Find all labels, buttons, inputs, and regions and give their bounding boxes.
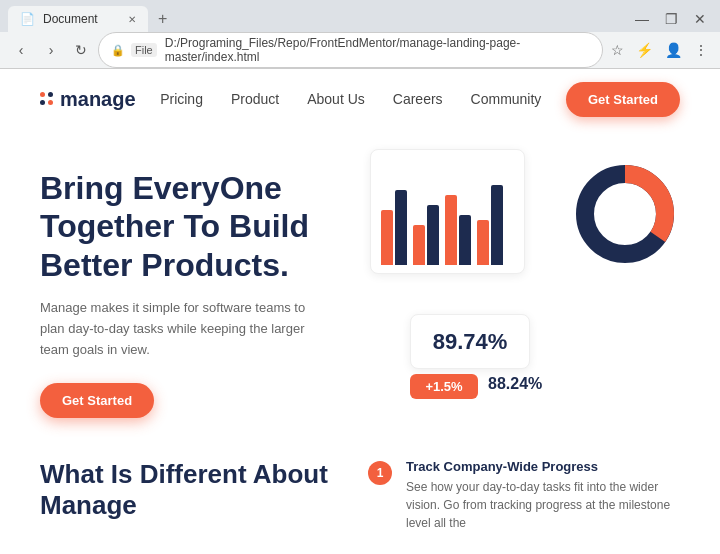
nav-get-started-button[interactable]: Get Started — [566, 82, 680, 117]
nav-link-careers[interactable]: Careers — [393, 91, 443, 107]
logo-dot-2 — [48, 92, 53, 97]
hero-get-started-button[interactable]: Get Started — [40, 383, 154, 418]
nav-link-community[interactable]: Community — [471, 91, 542, 107]
bar-group-3 — [445, 195, 471, 265]
bottom-section: What Is Different About Manage 1 Track C… — [0, 439, 720, 532]
nav-item-pricing[interactable]: Pricing — [160, 90, 203, 108]
bar-group-4 — [477, 185, 503, 265]
browser-actions: ☆ ⚡ 👤 ⋮ — [607, 40, 712, 60]
stat-box: 89.74% — [410, 314, 530, 369]
logo-dot-3 — [40, 100, 45, 105]
back-button[interactable]: ‹ — [8, 37, 34, 63]
stat-percentage: 89.74% — [433, 329, 508, 355]
logo-text: manage — [60, 88, 136, 111]
hero-title: Bring EveryOne Together To Build Better … — [40, 169, 360, 284]
features-list: 1 Track Company-Wide Progress See how yo… — [368, 459, 680, 532]
bar-orange-4 — [477, 220, 489, 265]
bar-group-2 — [413, 205, 439, 265]
donut-chart — [570, 159, 680, 269]
navbar: manage Pricing Product About Us Careers … — [0, 69, 720, 129]
nav-item-careers[interactable]: Careers — [393, 90, 443, 108]
feature-item-1: 1 Track Company-Wide Progress See how yo… — [368, 459, 680, 532]
nav-links: Pricing Product About Us Careers Communi… — [160, 90, 541, 108]
minimize-button[interactable]: — — [629, 9, 655, 29]
restore-button[interactable]: ❐ — [659, 9, 684, 29]
bar-orange-3 — [445, 195, 457, 265]
reload-button[interactable]: ↻ — [68, 37, 94, 63]
close-window-button[interactable]: ✕ — [688, 9, 712, 29]
bookmark-icon[interactable]: ☆ — [607, 40, 628, 60]
nav-item-community[interactable]: Community — [471, 90, 542, 108]
nav-item-about[interactable]: About Us — [307, 90, 365, 108]
hero-left: Bring EveryOne Together To Build Better … — [40, 149, 360, 429]
file-label: File — [131, 43, 157, 57]
nav-link-pricing[interactable]: Pricing — [160, 91, 203, 107]
tab-title: Document — [43, 12, 98, 26]
bar-dark-1 — [395, 190, 407, 265]
address-bar[interactable]: 🔒 File D:/Programing_Files/Repo/FrontEnd… — [98, 32, 603, 68]
browser-controls: ‹ › ↻ 🔒 File D:/Programing_Files/Repo/Fr… — [0, 32, 720, 68]
feature-text-1: Track Company-Wide Progress See how your… — [406, 459, 680, 532]
extensions-icon[interactable]: ⚡ — [632, 40, 657, 60]
bottom-title: What Is Different About Manage — [40, 459, 328, 521]
bar-chart — [370, 149, 525, 274]
feature-heading-1: Track Company-Wide Progress — [406, 459, 680, 474]
lock-icon: 🔒 — [111, 44, 125, 57]
bar-orange-2 — [413, 225, 425, 265]
tab-bar: 📄 Document ✕ + — ❐ ✕ — [0, 0, 720, 32]
feature-number-1: 1 — [368, 461, 392, 485]
profile-icon[interactable]: 👤 — [661, 40, 686, 60]
nav-link-product[interactable]: Product — [231, 91, 279, 107]
logo: manage — [40, 88, 136, 111]
bottom-title-block: What Is Different About Manage — [40, 459, 328, 532]
new-tab-button[interactable]: + — [152, 8, 173, 30]
url-text: D:/Programing_Files/Repo/FrontEndMentor/… — [165, 36, 590, 64]
logo-dot-1 — [40, 92, 45, 97]
active-tab[interactable]: 📄 Document ✕ — [8, 6, 148, 32]
tab-favicon: 📄 — [20, 12, 35, 26]
nav-item-product[interactable]: Product — [231, 90, 279, 108]
menu-icon[interactable]: ⋮ — [690, 40, 712, 60]
hero-right: 89.74% +1.5% 88.24% — [360, 149, 680, 429]
bar-orange-1 — [381, 210, 393, 265]
logo-dot-4 — [48, 100, 53, 105]
bar-group-1 — [381, 190, 407, 265]
nav-link-about[interactable]: About Us — [307, 91, 365, 107]
browser-chrome: 📄 Document ✕ + — ❐ ✕ ‹ › ↻ 🔒 File D:/Pro… — [0, 0, 720, 69]
page-content: manage Pricing Product About Us Careers … — [0, 69, 720, 554]
tab-close-button[interactable]: ✕ — [128, 14, 136, 25]
feature-description-1: See how your day-to-day tasks fit into t… — [406, 478, 680, 532]
bar-dark-2 — [427, 205, 439, 265]
stat-secondary: 88.24% — [488, 375, 542, 393]
logo-icon — [40, 92, 54, 106]
hero-section: Bring EveryOne Together To Build Better … — [0, 129, 720, 439]
forward-button[interactable]: › — [38, 37, 64, 63]
bar-dark-4 — [491, 185, 503, 265]
bar-dark-3 — [459, 215, 471, 265]
stat-badge: +1.5% — [410, 374, 478, 399]
hero-description: Manage makes it simple for software team… — [40, 298, 310, 360]
svg-point-2 — [597, 186, 653, 242]
